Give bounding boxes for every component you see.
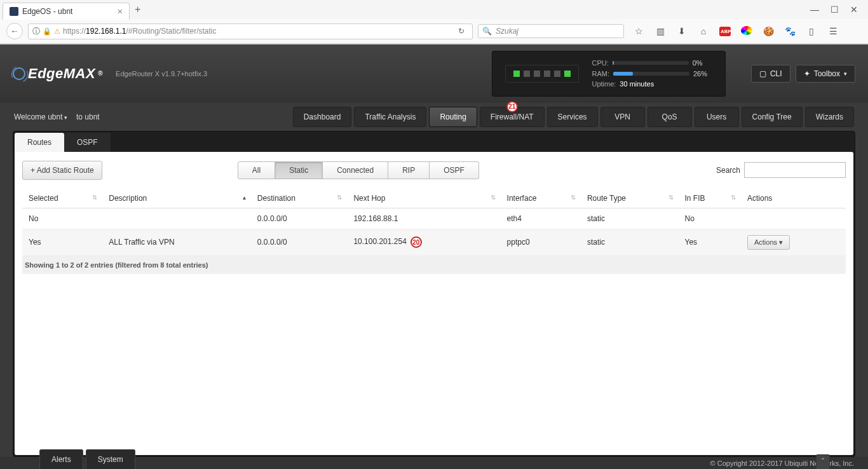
col-actions[interactable]: Actions	[741, 189, 846, 208]
toolbox-button[interactable]: ✦ Toolbox ▾	[796, 65, 855, 83]
sidebar-icon[interactable]: ▯	[806, 26, 817, 36]
panel-toolbar: + Add Static Route AllStaticConnectedRIP…	[22, 161, 846, 180]
cell: Yes	[22, 229, 102, 255]
uptime-value: 30 minutes	[620, 79, 654, 90]
system-tab[interactable]: System	[86, 449, 135, 469]
adblock-icon[interactable]: ABP	[719, 27, 731, 36]
table-row: YesALL Traffic via VPN0.0.0.0/010.100.20…	[22, 229, 846, 255]
cell: 10.100.201.25420	[347, 229, 500, 255]
filter-all[interactable]: All	[238, 161, 275, 179]
back-button[interactable]: ←	[6, 23, 23, 39]
nav-users[interactable]: Users	[695, 107, 739, 127]
col-in-fib[interactable]: In FIB	[679, 189, 741, 208]
header-buttons: ▢ CLI ✦ Toolbox ▾	[751, 65, 855, 83]
uptime-label: Uptime:	[592, 79, 616, 90]
sub-tabs: RoutesOSPF	[15, 133, 853, 152]
to-user: to ubnt	[76, 112, 100, 121]
stat-readouts: CPU: 0% RAM: 26% Uptime: 30 minutes	[592, 58, 712, 90]
home-icon[interactable]: ⌂	[698, 26, 709, 36]
lock-icon: 🔒	[43, 27, 51, 36]
add-static-route-button[interactable]: + Add Static Route	[22, 161, 102, 180]
collapse-button[interactable]: ˆ	[816, 454, 830, 469]
close-window-icon[interactable]: ✕	[850, 4, 858, 15]
row-actions-button[interactable]: Actions ▾	[747, 235, 790, 250]
filter-static[interactable]: Static	[275, 161, 323, 179]
app-header: EdgeMAX® EdgeRouter X v1.9.7+hotfix.3 CP…	[0, 44, 868, 103]
filter-connected[interactable]: Connected	[323, 161, 388, 179]
port-led-icon	[534, 71, 540, 77]
search-icon: 🔍	[482, 27, 492, 36]
hamburger-menu-icon[interactable]: ☰	[827, 26, 839, 36]
logo: EdgeMAX®	[13, 65, 103, 82]
col-selected[interactable]: Selected	[22, 189, 102, 208]
nav-config-tree[interactable]: Config Tree	[742, 107, 803, 127]
cell: static	[581, 208, 679, 229]
nav-qos[interactable]: QoS	[648, 107, 692, 127]
nav-routing[interactable]: Routing	[429, 107, 477, 127]
browser-search[interactable]: 🔍 Szukaj	[478, 24, 624, 38]
nav-wizards[interactable]: Wizards	[805, 107, 854, 127]
nav-dashboard[interactable]: Dashboard	[293, 107, 352, 127]
url-path: /#Routing/Static/filter/static	[126, 27, 216, 36]
library-icon[interactable]: ▥	[654, 26, 666, 36]
tab-bar: EdgeOS - ubnt × + — ☐ ✕	[0, 0, 868, 19]
nav-firewall-nat[interactable]: Firewall/NAT21	[480, 107, 545, 127]
filter-ospf[interactable]: OSPF	[430, 161, 479, 179]
info-icon[interactable]: ⓘ	[32, 26, 40, 37]
extension-rainbow-icon[interactable]	[741, 26, 752, 37]
address-bar: ← ⓘ 🔒 ⚠ https://192.168.1.1/#Routing/Sta…	[0, 19, 868, 44]
subtab-routes[interactable]: Routes	[15, 133, 64, 152]
reload-icon[interactable]: ↻	[454, 27, 468, 36]
logo-text: EdgeMAX	[28, 65, 95, 82]
stats-panel: CPU: 0% RAM: 26% Uptime: 30 minutes	[492, 51, 726, 97]
new-tab-button[interactable]: +	[130, 4, 146, 15]
cell: eth4	[501, 208, 581, 229]
close-tab-icon[interactable]: ×	[118, 6, 123, 17]
search-input[interactable]	[744, 162, 846, 178]
alerts-tab[interactable]: Alerts	[39, 449, 83, 469]
chevron-down-icon: ▾	[844, 71, 847, 77]
cell	[102, 208, 251, 229]
extension-paw-icon[interactable]: 🐾	[784, 26, 796, 36]
cell: pptpc0	[501, 229, 581, 255]
toolbox-label: Toolbox	[814, 69, 840, 78]
content-frame: RoutesOSPF + Add Static Route AllStaticC…	[13, 131, 855, 457]
cell: 192.168.88.1	[347, 208, 500, 229]
logo-globe-icon	[13, 67, 25, 80]
app-root: EdgeMAX® EdgeRouter X v1.9.7+hotfix.3 CP…	[0, 44, 868, 469]
ram-bar	[613, 72, 689, 76]
filter-rip[interactable]: RIP	[388, 161, 430, 179]
minimize-icon[interactable]: —	[810, 4, 819, 15]
col-destination[interactable]: Destination	[251, 189, 348, 208]
security-warning-icon: ⚠	[54, 27, 60, 36]
table-row: No0.0.0.0/0192.168.88.1eth4staticNo	[22, 208, 846, 229]
extension-cookie-icon[interactable]: 🍪	[763, 26, 774, 36]
subtab-ospf[interactable]: OSPF	[64, 133, 111, 152]
url-field[interactable]: ⓘ 🔒 ⚠ https://192.168.1.1/#Routing/Stati…	[28, 24, 473, 39]
cell	[741, 208, 846, 229]
cpu-label: CPU:	[592, 58, 608, 69]
maximize-icon[interactable]: ☐	[831, 4, 839, 15]
col-interface[interactable]: Interface	[501, 189, 581, 208]
browser-tab[interactable]: EdgeOS - ubnt ×	[3, 3, 130, 20]
routes-panel: + Add Static Route AllStaticConnectedRIP…	[15, 152, 853, 455]
bottom-bar: Alerts System ˆ	[0, 449, 868, 469]
col-route-type[interactable]: Route Type	[581, 189, 679, 208]
welcome-user-dropdown[interactable]: Welcome ubnt	[14, 112, 67, 121]
cpu-value: 0%	[693, 58, 712, 69]
nav-traffic-analysis[interactable]: Traffic Analysis	[354, 107, 426, 127]
search-label: Search	[716, 166, 740, 175]
bookmark-star-icon[interactable]: ☆	[633, 26, 644, 36]
col-description[interactable]: Description	[102, 189, 251, 208]
cli-button[interactable]: ▢ CLI	[751, 65, 790, 83]
ram-value: 26%	[693, 69, 712, 79]
port-led-icon	[513, 71, 520, 77]
cell: Actions ▾	[741, 229, 846, 255]
nav-services[interactable]: Services	[547, 107, 598, 127]
downloads-icon[interactable]: ⬇	[676, 26, 688, 36]
col-next-hop[interactable]: Next Hop	[347, 189, 500, 208]
search-placeholder: Szukaj	[496, 27, 519, 36]
nav-vpn[interactable]: VPN	[600, 107, 645, 127]
wand-icon: ✦	[804, 69, 810, 78]
routes-table: SelectedDescriptionDestinationNext HopIn…	[22, 189, 846, 256]
